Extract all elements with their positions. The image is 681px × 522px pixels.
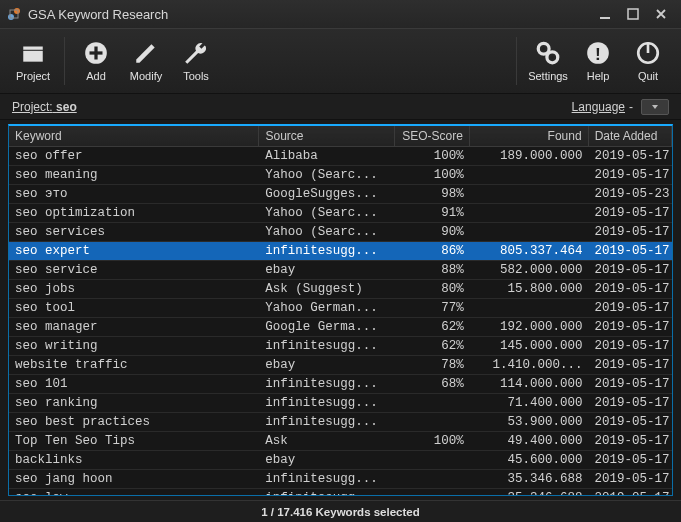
cell-score: 80% bbox=[395, 280, 470, 299]
project-name: seo bbox=[56, 100, 77, 114]
cell-src: Ask (Suggest) bbox=[259, 280, 395, 299]
svg-point-12 bbox=[542, 47, 545, 50]
cell-kw: website traffic bbox=[9, 356, 259, 375]
cell-score: 91% bbox=[395, 204, 470, 223]
project-label: Project bbox=[16, 70, 50, 82]
cell-kw: seo law bbox=[9, 489, 259, 496]
cell-date: 2019-05-17 bbox=[589, 223, 672, 242]
quit-button[interactable]: Quit bbox=[623, 33, 673, 89]
quit-label: Quit bbox=[638, 70, 658, 82]
project-prefix: Project: bbox=[12, 100, 53, 114]
language-dropdown-button[interactable] bbox=[641, 99, 669, 115]
table-row[interactable]: seo managerGoogle Germa...62%192.000.000… bbox=[9, 318, 672, 337]
svg-rect-17 bbox=[647, 42, 650, 53]
cell-kw: seo 101 bbox=[9, 375, 259, 394]
cell-src: infinitesugg... bbox=[259, 337, 395, 356]
table-row[interactable]: seo optimizationYahoo (Searc...91%2019-0… bbox=[9, 204, 672, 223]
table-row[interactable]: seo jobsAsk (Suggest)80%15.800.0002019-0… bbox=[9, 280, 672, 299]
cell-score: 100% bbox=[395, 166, 470, 185]
cell-date: 2019-05-17 bbox=[589, 432, 672, 451]
status-text: 1 / 17.416 Keywords selected bbox=[261, 506, 420, 518]
cell-date: 2019-05-17 bbox=[589, 242, 672, 261]
table-row[interactable]: seo lawinfinitesugg...35.346.6882019-05-… bbox=[9, 489, 672, 496]
column-source[interactable]: Source bbox=[259, 126, 394, 147]
table-row[interactable]: seo best practicesinfinitesugg...53.900.… bbox=[9, 413, 672, 432]
maximize-button[interactable] bbox=[619, 4, 647, 24]
table-row[interactable]: seo serviceebay88%582.000.0002019-05-17 bbox=[9, 261, 672, 280]
cell-src: infinitesugg... bbox=[259, 413, 395, 432]
cell-found: 49.400.000 bbox=[470, 432, 589, 451]
table-row[interactable]: backlinksebay45.600.0002019-05-17 bbox=[9, 451, 672, 470]
language-link[interactable]: Language bbox=[572, 100, 625, 114]
project-icon bbox=[20, 40, 46, 66]
table-row[interactable]: Top Ten Seo TipsAsk100%49.400.0002019-05… bbox=[9, 432, 672, 451]
project-button[interactable]: Project bbox=[8, 33, 58, 89]
cell-src: Google Germa... bbox=[259, 318, 395, 337]
cell-src: infinitesugg... bbox=[259, 375, 395, 394]
table-row[interactable]: seo 101infinitesugg...68%114.000.0002019… bbox=[9, 375, 672, 394]
table-row[interactable]: website trafficebay78%1.410.000...2019-0… bbox=[9, 356, 672, 375]
power-icon bbox=[635, 40, 661, 66]
info-bar: Project: seo Language - bbox=[0, 94, 681, 120]
cell-date: 2019-05-17 bbox=[589, 375, 672, 394]
toolbar-separator bbox=[516, 37, 517, 85]
cell-kw: seo best practices bbox=[9, 413, 259, 432]
close-button[interactable] bbox=[647, 4, 675, 24]
svg-rect-4 bbox=[628, 9, 638, 19]
cell-score bbox=[395, 451, 470, 470]
svg-rect-3 bbox=[600, 17, 610, 19]
table-row[interactable]: seo offerAlibaba100%189.000.0002019-05-1… bbox=[9, 147, 672, 166]
cell-src: infinitesugg... bbox=[259, 394, 395, 413]
cell-date: 2019-05-17 bbox=[589, 299, 672, 318]
cell-kw: seo это bbox=[9, 185, 259, 204]
project-link[interactable]: Project: seo bbox=[12, 100, 77, 114]
minimize-button[interactable] bbox=[591, 4, 619, 24]
tools-button[interactable]: Tools bbox=[171, 33, 221, 89]
add-label: Add bbox=[86, 70, 106, 82]
table-row[interactable]: seo meaningYahoo (Searc...100%2019-05-17 bbox=[9, 166, 672, 185]
table-row[interactable]: seo rankinginfinitesugg...71.400.0002019… bbox=[9, 394, 672, 413]
settings-button[interactable]: Settings bbox=[523, 33, 573, 89]
cell-date: 2019-05-17 bbox=[589, 451, 672, 470]
cell-found: 35.346.688 bbox=[470, 489, 589, 496]
add-button[interactable]: Add bbox=[71, 33, 121, 89]
cell-src: GoogleSugges... bbox=[259, 185, 395, 204]
table-row[interactable]: seo toolYahoo German...77%2019-05-17 bbox=[9, 299, 672, 318]
cell-found: 71.400.000 bbox=[470, 394, 589, 413]
svg-rect-6 bbox=[23, 51, 43, 62]
cell-src: infinitesugg... bbox=[259, 470, 395, 489]
svg-rect-5 bbox=[23, 47, 43, 50]
table-row[interactable]: seo writinginfinitesugg...62%145.000.000… bbox=[9, 337, 672, 356]
table-row[interactable]: seo servicesYahoo (Searc...90%2019-05-17 bbox=[9, 223, 672, 242]
modify-button[interactable]: Modify bbox=[121, 33, 171, 89]
table-row[interactable]: seo expertinfinitesugg...86%805.337.4642… bbox=[9, 242, 672, 261]
status-bar: 1 / 17.416 Keywords selected bbox=[0, 500, 681, 522]
cell-score: 62% bbox=[395, 337, 470, 356]
cell-found: 145.000.000 bbox=[470, 337, 589, 356]
cell-found: 15.800.000 bbox=[470, 280, 589, 299]
cell-src: ebay bbox=[259, 261, 395, 280]
column-score[interactable]: SEO-Score bbox=[394, 126, 469, 147]
cell-score: 90% bbox=[395, 223, 470, 242]
cell-found: 45.600.000 bbox=[470, 451, 589, 470]
cell-score bbox=[395, 394, 470, 413]
cell-kw: seo offer bbox=[9, 147, 259, 166]
settings-label: Settings bbox=[528, 70, 568, 82]
table-row[interactable]: seo jang hooninfinitesugg...35.346.68820… bbox=[9, 470, 672, 489]
modify-label: Modify bbox=[130, 70, 162, 82]
table-body-scroll[interactable]: seo offerAlibaba100%189.000.0002019-05-1… bbox=[9, 147, 672, 495]
cell-date: 2019-05-17 bbox=[589, 280, 672, 299]
cell-score: 100% bbox=[395, 432, 470, 451]
table-row[interactable]: seo этоGoogleSugges...98%2019-05-23 bbox=[9, 185, 672, 204]
cell-date: 2019-05-17 bbox=[589, 204, 672, 223]
cell-date: 2019-05-17 bbox=[589, 356, 672, 375]
cell-date: 2019-05-17 bbox=[589, 147, 672, 166]
cell-found: 114.000.000 bbox=[470, 375, 589, 394]
column-date[interactable]: Date Added bbox=[588, 126, 671, 147]
help-button[interactable]: ! Help bbox=[573, 33, 623, 89]
column-found[interactable]: Found bbox=[469, 126, 588, 147]
column-keyword[interactable]: Keyword bbox=[9, 126, 259, 147]
cell-date: 2019-05-17 bbox=[589, 318, 672, 337]
cell-date: 2019-05-17 bbox=[589, 489, 672, 496]
cell-score bbox=[395, 470, 470, 489]
